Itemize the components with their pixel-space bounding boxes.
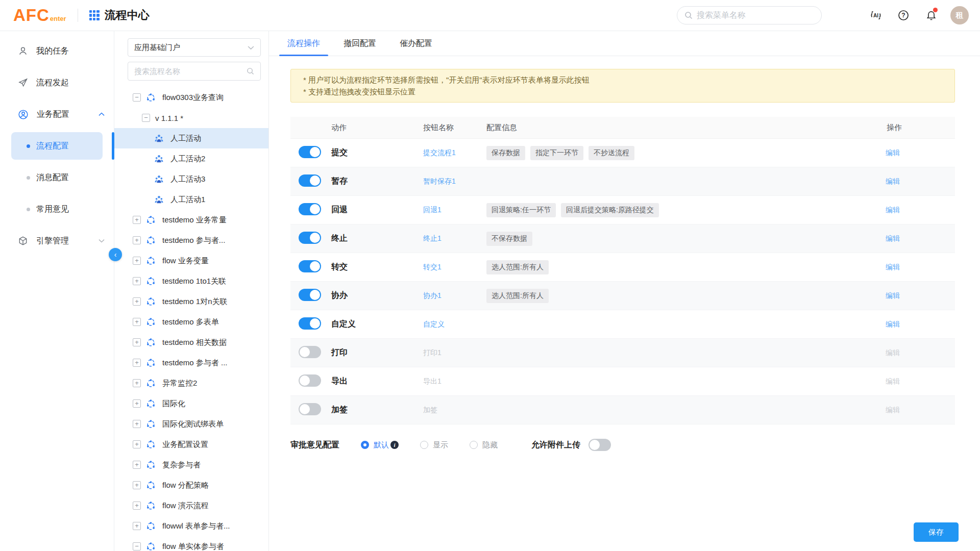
tree-node-activity[interactable]: 人工活动2: [114, 148, 268, 169]
toggle-on[interactable]: [299, 289, 321, 301]
sidebar-item-message-config[interactable]: 消息配置: [0, 162, 114, 193]
sidebar-nav: 我的任务 流程发起 业务配置 流程配置 消息配置: [0, 31, 114, 551]
button-name-link[interactable]: 自定义: [423, 320, 486, 329]
tree-node[interactable]: +flow 分配策略: [114, 475, 268, 495]
tab-withdraw-config[interactable]: 撤回配置: [335, 31, 384, 56]
tree-node[interactable]: −flow 单实体参与者: [114, 536, 268, 551]
radio-default[interactable]: 默认 i: [361, 440, 399, 450]
collapse-minus-icon[interactable]: −: [133, 93, 141, 102]
tree-node[interactable]: − flow0303业务查询: [114, 87, 268, 108]
expand-plus-icon[interactable]: +: [133, 440, 141, 448]
expand-plus-icon[interactable]: +: [133, 257, 141, 265]
toggle-on[interactable]: [299, 174, 321, 187]
expand-plus-icon[interactable]: +: [133, 338, 141, 346]
sidebar-item-common-opinions[interactable]: 常用意见: [0, 193, 114, 225]
tree-node[interactable]: +testdemo 相关数据: [114, 332, 268, 353]
toggle-off[interactable]: [299, 403, 321, 415]
action-label: 加签: [326, 405, 423, 415]
tree-node-version[interactable]: − v 1.1.1 *: [114, 108, 268, 128]
tree-node[interactable]: +flow 业务变量: [114, 251, 268, 271]
button-name-link[interactable]: 终止1: [423, 234, 486, 243]
button-name-link[interactable]: 暂时保存1: [423, 177, 486, 186]
expand-plus-icon[interactable]: +: [133, 277, 141, 285]
expand-plus-icon[interactable]: +: [133, 236, 141, 244]
expand-plus-icon[interactable]: +: [133, 502, 141, 510]
tree-node[interactable]: +testdemo 业务常量: [114, 210, 268, 230]
help-icon[interactable]: ?: [897, 9, 910, 21]
sidebar-collapse-button[interactable]: ‹: [109, 248, 122, 261]
collapse-minus-icon[interactable]: −: [133, 542, 141, 550]
save-button[interactable]: 保存: [914, 522, 959, 542]
avatar[interactable]: 租: [950, 6, 969, 24]
edit-link[interactable]: 编辑: [858, 177, 955, 186]
expand-plus-icon[interactable]: +: [133, 216, 141, 224]
flow-icon: [146, 480, 156, 490]
toggle-on[interactable]: [299, 146, 321, 158]
tree-node-activity[interactable]: 人工活动: [114, 128, 268, 148]
tree-node[interactable]: +异常监控2: [114, 373, 268, 393]
tree-node[interactable]: +复杂参与者: [114, 455, 268, 475]
edit-link[interactable]: 编辑: [858, 320, 955, 329]
sidebar-item-engine-management[interactable]: 引擎管理: [0, 225, 114, 257]
attachment-toggle-off[interactable]: [589, 439, 611, 451]
flow-icon: [146, 235, 156, 245]
button-name-link[interactable]: 协办1: [423, 291, 486, 300]
send-icon: [18, 78, 28, 88]
tree-node[interactable]: +国际化测试绑表单: [114, 414, 268, 434]
toggle-on[interactable]: [299, 317, 321, 330]
tree-node[interactable]: +testdemo 参与者 ...: [114, 353, 268, 373]
edit-link[interactable]: 编辑: [858, 291, 955, 300]
global-search-input[interactable]: [697, 11, 814, 20]
tree-node[interactable]: +业务配置设置: [114, 434, 268, 455]
toggle-on[interactable]: [299, 203, 321, 215]
expand-plus-icon[interactable]: +: [133, 522, 141, 530]
sidebar-item-business-config[interactable]: 业务配置: [0, 98, 114, 130]
ai-assistant-icon[interactable]: AI: [870, 9, 882, 21]
expand-plus-icon[interactable]: +: [133, 318, 141, 326]
action-label: 导出: [326, 376, 423, 387]
info-icon[interactable]: i: [390, 441, 399, 449]
button-name-link[interactable]: 提交流程1: [423, 148, 486, 158]
edit-link[interactable]: 编辑: [858, 148, 955, 158]
tree-node[interactable]: +testdemo 多表单: [114, 312, 268, 332]
expand-plus-icon[interactable]: +: [133, 420, 141, 428]
expand-plus-icon[interactable]: +: [133, 297, 141, 306]
expand-plus-icon[interactable]: +: [133, 359, 141, 367]
expand-plus-icon[interactable]: +: [133, 481, 141, 489]
sidebar-item-my-tasks[interactable]: 我的任务: [0, 35, 114, 67]
app-select-dropdown[interactable]: 应用基础门户: [128, 38, 261, 57]
button-name-link[interactable]: 回退1: [423, 206, 486, 215]
tree-node[interactable]: +flowwl 表单参与者...: [114, 516, 268, 536]
notification-bell-icon[interactable]: [925, 9, 937, 21]
toggle-off[interactable]: [299, 346, 321, 358]
expand-plus-icon[interactable]: +: [133, 461, 141, 469]
global-search[interactable]: [677, 6, 822, 24]
collapse-minus-icon[interactable]: −: [142, 114, 150, 122]
expand-plus-icon[interactable]: +: [133, 399, 141, 408]
tree-node[interactable]: +flow 演示流程: [114, 495, 268, 516]
tree-node[interactable]: +testdemo 1to1关联: [114, 271, 268, 291]
sidebar-item-process-start[interactable]: 流程发起: [0, 67, 114, 98]
tree-search[interactable]: [128, 62, 261, 81]
expand-plus-icon[interactable]: +: [133, 379, 141, 387]
tree-search-input[interactable]: [134, 67, 247, 76]
tree-node-activity[interactable]: 人工活动1: [114, 189, 268, 210]
button-name-link[interactable]: 转交1: [423, 263, 486, 272]
tree-node-activity[interactable]: 人工活动3: [114, 169, 268, 189]
toggle-off[interactable]: [299, 374, 321, 387]
tab-urge-config[interactable]: 催办配置: [391, 31, 440, 56]
edit-link[interactable]: 编辑: [858, 263, 955, 272]
chevron-up-icon: [99, 112, 105, 116]
people-icon: [154, 154, 164, 164]
sidebar-item-process-config[interactable]: 流程配置: [0, 130, 114, 162]
edit-link[interactable]: 编辑: [858, 206, 955, 215]
tree-node[interactable]: +testdemo 1对n关联: [114, 291, 268, 312]
toggle-on[interactable]: [299, 232, 321, 244]
tree-node[interactable]: +testdemo 参与者...: [114, 230, 268, 251]
tab-process-operations[interactable]: 流程操作: [279, 31, 328, 56]
tree-node[interactable]: +国际化: [114, 393, 268, 414]
toggle-on[interactable]: [299, 260, 321, 272]
radio-show[interactable]: 显示: [420, 440, 448, 450]
edit-link[interactable]: 编辑: [858, 234, 955, 243]
radio-hide[interactable]: 隐藏: [470, 440, 498, 450]
